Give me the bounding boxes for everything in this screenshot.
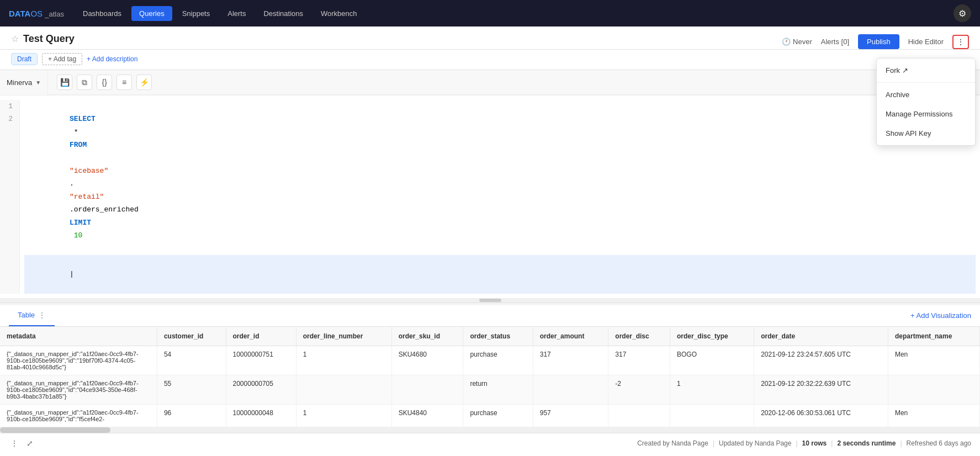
keyword-select: SELECT (70, 115, 96, 123)
dropdown-divider (877, 82, 975, 83)
star-icon[interactable]: ☆ (11, 34, 19, 44)
dropdown-manage-permissions[interactable]: Manage Permissions (877, 104, 975, 124)
col-order-status: order_status (463, 327, 533, 346)
cell-metadata-1: {"_dataos_run_mapper_id":"a1f20aec-0cc9-… (0, 346, 157, 375)
settings-icon[interactable]: ⚙ (953, 4, 971, 22)
cell-line-num-1: 1 (296, 346, 391, 375)
editor-toolbar: 💾 ⧉ {} ≡ ⚡ Routing: m (48, 70, 980, 95)
datasource-selector[interactable]: Minerva ▼ (7, 78, 41, 87)
draft-button[interactable]: Draft (11, 53, 38, 65)
main-content: ☆ Test Query 🕐 Never Alerts [0] Publish … (0, 26, 980, 456)
cell-dept-2 (888, 375, 979, 404)
cell-metadata-2: {"_dataos_run_mapper_id":"a1f20aec-0cc9-… (0, 375, 157, 404)
tab-table[interactable]: Table ⋮ (9, 305, 55, 326)
editor-wrapper: Minerva ▼ 💾 ⧉ {} ≡ ⚡ Routing: m 1 2 (0, 70, 980, 303)
cell-sku-1: SKU4680 (391, 346, 463, 375)
cell-customer-id-1: 54 (157, 346, 226, 375)
nav-destinations[interactable]: Destinations (256, 6, 311, 21)
copy-button[interactable]: ⧉ (77, 75, 92, 90)
line-numbers: 1 2 (0, 100, 20, 294)
header-row: metadata customer_id order_id order_line… (0, 327, 980, 346)
add-tag-button[interactable]: + Add tag (42, 53, 82, 65)
footer-expand-button[interactable]: ⤢ (24, 438, 35, 449)
top-nav: DATAOS _atlas Dashboards Queries Snippet… (0, 0, 980, 26)
indent-button[interactable]: ≡ (116, 75, 132, 90)
add-visualization-button[interactable]: + Add Visualization (910, 311, 971, 320)
cell-date-2: 2021-09-12 20:32:22.639 UTC (754, 375, 888, 404)
footer-divider-4: | (900, 439, 902, 447)
publish-button[interactable]: Publish (858, 34, 899, 49)
table-row: {"_dataos_run_mapper_id":"a1f20aec-0cc9-… (0, 404, 980, 427)
add-description-button[interactable]: + Add description (87, 55, 137, 63)
cell-customer-id-3: 96 (157, 404, 226, 427)
col-order-line-number: order_line_number (296, 327, 391, 346)
footer-left: ⋮ ⤢ (9, 438, 35, 449)
results-table: metadata customer_id order_id order_line… (0, 327, 980, 427)
datasource-chevron: ▼ (35, 79, 41, 86)
table-horizontal-scrollbar[interactable] (0, 427, 980, 433)
footer-right: Created by Nanda Page | Updated by Nanda… (637, 439, 971, 447)
editor-scrollbar[interactable] (0, 298, 980, 303)
manage-permissions-label: Manage Permissions (886, 110, 952, 118)
col-order-amount: order_amount (533, 327, 608, 346)
results-footer: ⋮ ⤢ Created by Nanda Page | Updated by N… (0, 433, 980, 453)
results-table-container[interactable]: metadata customer_id order_id order_line… (0, 327, 980, 427)
col-order-date: order_date (754, 327, 888, 346)
schedule-label: Never (793, 38, 812, 46)
cell-disc-3 (608, 404, 670, 427)
dropdown-menu: Fork ↗ Archive Manage Permissions Show A… (876, 58, 976, 146)
alerts-button[interactable]: Alerts [0] (821, 38, 849, 46)
code-dot2: .orders_enriched (70, 205, 143, 214)
dropdown-show-api-key[interactable]: Show API Key (877, 124, 975, 143)
cell-status-3: purchase (463, 404, 533, 427)
table-scroll-thumb (0, 427, 110, 433)
show-api-key-label: Show API Key (886, 129, 931, 137)
tab-table-more[interactable]: ⋮ (38, 311, 46, 320)
cell-disc-1: 317 (608, 346, 670, 375)
col-customer-id: customer_id (157, 327, 226, 346)
nav-alerts[interactable]: Alerts (220, 6, 253, 21)
save-button[interactable]: 💾 (57, 75, 72, 90)
footer-more-button[interactable]: ⋮ (9, 438, 20, 449)
table-header: metadata customer_id order_id order_line… (0, 327, 980, 346)
dropdown-archive[interactable]: Archive (877, 85, 975, 104)
code-dot1: . (70, 179, 74, 188)
footer-divider-1: | (713, 439, 714, 447)
col-order-disc: order_disc (608, 327, 670, 346)
app-logo: DATAOS _atlas (9, 9, 64, 18)
cell-status-2: return (463, 375, 533, 404)
logo-os: OS (30, 9, 43, 18)
cell-line-num-2 (296, 375, 391, 404)
execute-button[interactable]: ⚡ (136, 75, 152, 90)
cell-sku-2 (391, 375, 463, 404)
nav-snippets[interactable]: Snippets (174, 6, 218, 21)
footer-divider-2: | (796, 439, 797, 447)
more-options-button[interactable]: ⋮ (952, 35, 969, 49)
cell-customer-id-2: 55 (157, 375, 226, 404)
table-body: {"_dataos_run_mapper_id":"a1f20aec-0cc9-… (0, 346, 980, 427)
nav-dashboards[interactable]: Dashboards (75, 6, 129, 21)
code-editor[interactable]: 1 2 SELECT * FROM "icebase" . "retail" .… (0, 96, 980, 298)
results-tabs: Table ⋮ + Add Visualization (0, 305, 980, 327)
code-content[interactable]: SELECT * FROM "icebase" . "retail" .orde… (20, 100, 980, 294)
cell-date-3: 2020-12-06 06:30:53.061 UTC (754, 404, 888, 427)
footer-updated-by: Updated by Nanda Page (719, 439, 791, 447)
table-row: {"_dataos_run_mapper_id":"a1f20aec-0cc9-… (0, 375, 980, 404)
results-section: Table ⋮ + Add Visualization metadata cus… (0, 305, 980, 456)
cell-order-id-1: 10000000751 (226, 346, 296, 375)
number-10: 10 (70, 231, 82, 240)
hide-editor-button[interactable]: Hide Editor (908, 38, 944, 46)
nav-workbench[interactable]: Workbench (313, 6, 365, 21)
cell-metadata-3: {"_dataos_run_mapper_id":"a1f20aec-0cc9-… (0, 404, 157, 427)
nav-queries[interactable]: Queries (131, 6, 172, 21)
fork-label: Fork ↗ (886, 66, 908, 75)
format-button[interactable]: {} (97, 75, 112, 90)
code-space2 (70, 154, 74, 162)
cell-disc-2: -2 (608, 375, 670, 404)
col-order-disc-type: order_disc_type (670, 327, 754, 346)
dropdown-fork[interactable]: Fork ↗ (877, 61, 975, 80)
schedule-button[interactable]: 🕐 Never (782, 38, 812, 46)
string-retail: "retail" (70, 193, 104, 201)
code-line-1: SELECT * FROM "icebase" . "retail" .orde… (27, 100, 973, 255)
logo-atlas: _atlas (45, 10, 64, 18)
